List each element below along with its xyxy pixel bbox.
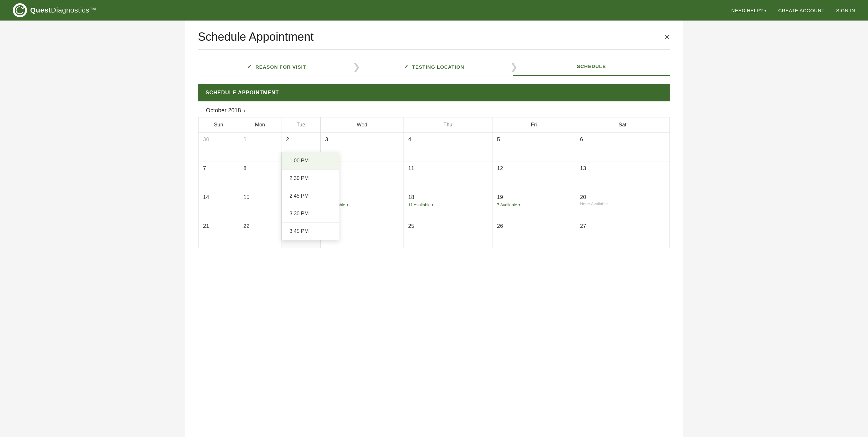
logo: QuestDiagnostics™: [13, 3, 97, 17]
day-13: 13: [575, 161, 670, 190]
col-thu: Thu: [403, 117, 493, 133]
day-4: 4: [403, 133, 493, 161]
day-25: 25: [403, 219, 493, 248]
day-number: 5: [497, 136, 500, 142]
day-7: 7: [198, 161, 239, 190]
day-number: 18: [408, 194, 414, 200]
day-14: 14: [198, 190, 239, 219]
day-number: 12: [497, 165, 503, 171]
day-6: 6: [575, 133, 670, 161]
time-option-1[interactable]: 1:00 PM: [282, 152, 339, 170]
step-schedule[interactable]: SCHEDULE: [513, 58, 670, 76]
day-number: 6: [580, 136, 583, 142]
table-row: 7 8 9 10 11 12 13: [198, 161, 670, 190]
step-arrow-icon: ❯: [353, 62, 361, 72]
day-1: 1: [239, 133, 281, 161]
dropdown-arrow-icon: ▾: [519, 203, 520, 207]
day-number: 26: [497, 223, 503, 229]
create-account-link[interactable]: CREATE ACCOUNT: [778, 8, 824, 13]
day-number: 21: [203, 223, 209, 229]
day-11: 11: [403, 161, 493, 190]
available-count: 7 Available: [497, 202, 517, 207]
page-container: Schedule Appointment × ✓ REASON FOR VISI…: [185, 21, 683, 437]
col-tue: Tue: [281, 117, 320, 133]
day-number: 3: [325, 136, 328, 142]
header-nav: NEED HELP? ▾ CREATE ACCOUNT SIGN IN: [732, 8, 855, 13]
day-2: 2 1:00 PM 2:30 PM 2:45 PM 3:30 PM 3:45 P…: [281, 133, 320, 161]
step-reason-for-visit[interactable]: ✓ REASON FOR VISIT ❯: [198, 58, 355, 76]
day-number: 25: [408, 223, 414, 229]
dropdown-arrow-icon: ▾: [347, 203, 348, 207]
col-wed: Wed: [320, 117, 403, 133]
col-mon: Mon: [239, 117, 281, 133]
logo-icon: [13, 3, 27, 17]
logo-text: QuestDiagnostics™: [30, 6, 97, 14]
need-help-link[interactable]: NEED HELP? ▾: [732, 8, 767, 13]
day-number: 20: [580, 194, 586, 200]
need-help-label: NEED HELP?: [732, 8, 763, 13]
step-schedule-label: SCHEDULE: [577, 64, 606, 69]
col-sat: Sat: [575, 117, 670, 133]
calendar-nav: October 2018 ›: [198, 101, 670, 117]
day-27: 27: [575, 219, 670, 248]
calendar-month: October 2018: [206, 107, 241, 114]
step-arrow-icon-2: ❯: [510, 62, 518, 72]
day-number: 22: [244, 223, 250, 229]
day-8: 8: [239, 161, 281, 190]
table-row: 30 1 2 1:00 PM 2:30 PM 2:45 PM 3:30 PM: [198, 133, 670, 161]
calendar-table: Sun Mon Tue Wed Thu Fri Sat 30 1: [198, 117, 670, 248]
time-option-5[interactable]: 3:45 PM: [282, 223, 339, 240]
day-20: 20 None Available: [575, 190, 670, 219]
steps-progress: ✓ REASON FOR VISIT ❯ ✓ TESTING LOCATION …: [198, 58, 670, 76]
calendar-header-row: Sun Mon Tue Wed Thu Fri Sat: [198, 117, 670, 133]
day-30: 30: [198, 133, 239, 161]
day-5: 5: [493, 133, 575, 161]
day-12: 12: [493, 161, 575, 190]
day-number: 4: [408, 136, 411, 142]
step-location-label: TESTING LOCATION: [412, 64, 464, 70]
day-number: 14: [203, 194, 209, 200]
calendar-container: October 2018 › Sun Mon Tue Wed Thu Fri S…: [198, 101, 670, 248]
time-option-4[interactable]: 3:30 PM: [282, 205, 339, 223]
day-number: 15: [244, 194, 250, 200]
calendar-next-arrow[interactable]: ›: [244, 107, 245, 114]
sign-in-link[interactable]: SIGN IN: [836, 8, 855, 13]
page-title: Schedule Appointment: [198, 30, 313, 44]
table-row: 21 22 23 24 25 26 27: [198, 219, 670, 248]
step-reason-label: REASON FOR VISIT: [255, 64, 306, 70]
time-option-2[interactable]: 2:30 PM: [282, 170, 339, 188]
day-15: 15: [239, 190, 281, 219]
site-header: QuestDiagnostics™ NEED HELP? ▾ CREATE AC…: [0, 0, 868, 21]
available-badge-19[interactable]: 7 Available ▾: [497, 202, 520, 207]
schedule-header: SCHEDULE APPOINTMENT: [198, 84, 670, 101]
page-title-row: Schedule Appointment ×: [198, 30, 670, 50]
time-dropdown: 1:00 PM 2:30 PM 2:45 PM 3:30 PM 3:45 PM: [281, 152, 339, 240]
day-19[interactable]: 19 7 Available ▾: [493, 190, 575, 219]
time-option-3[interactable]: 2:45 PM: [282, 188, 339, 205]
available-count: 11 Available: [408, 202, 431, 207]
step-testing-location[interactable]: ✓ TESTING LOCATION ❯: [355, 58, 513, 76]
step-check-icon-2: ✓: [404, 63, 409, 70]
day-number: 27: [580, 223, 586, 229]
step-check-icon: ✓: [247, 63, 252, 70]
col-sun: Sun: [198, 117, 239, 133]
dropdown-arrow-icon: ▾: [432, 203, 434, 207]
day-number: 8: [244, 165, 246, 171]
col-fri: Fri: [493, 117, 575, 133]
none-available-label: None Available: [580, 201, 608, 206]
day-number: 19: [497, 194, 503, 200]
available-badge-18[interactable]: 11 Available ▾: [408, 202, 434, 207]
sign-in-label: SIGN IN: [836, 8, 855, 13]
day-21: 21: [198, 219, 239, 248]
chevron-down-icon: ▾: [764, 8, 767, 13]
day-18[interactable]: 18 11 Available ▾: [403, 190, 493, 219]
day-number: 13: [580, 165, 586, 171]
day-number: 2: [286, 136, 289, 142]
table-row: 14 15 16 17 8 Available ▾ 18 11 Availabl…: [198, 190, 670, 219]
day-26: 26: [493, 219, 575, 248]
day-number: 7: [203, 165, 206, 171]
day-number: 1: [244, 136, 246, 142]
day-number: 30: [203, 136, 209, 142]
day-number: 11: [408, 165, 414, 171]
close-button[interactable]: ×: [664, 32, 670, 42]
